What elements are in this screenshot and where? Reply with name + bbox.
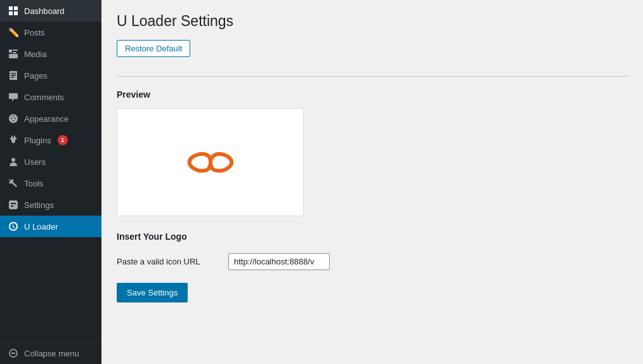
preview-box [117,108,304,216]
svg-rect-11 [11,77,14,78]
svg-rect-3 [14,11,18,15]
sidebar-item-label: Tools [24,179,43,188]
divider [117,76,628,77]
appearance-icon [8,113,19,124]
collapse-label: Collapse menu [24,349,79,358]
sidebar-item-comments[interactable]: Comments [0,86,101,108]
field-label: Paste a valid icon URL [117,257,218,266]
svg-rect-12 [11,136,13,138]
sidebar-item-label: Posts [24,28,45,37]
sidebar-item-posts[interactable]: ✏️ Posts [0,22,101,43]
svg-rect-2 [9,11,13,15]
media-icon [8,48,19,60]
sidebar-item-plugins[interactable]: Plugins 1 [0,129,101,151]
sidebar-item-label: Appearance [24,114,68,124]
comments-icon [8,91,19,103]
sidebar-item-settings[interactable]: Settings [0,194,101,216]
u-loader-icon [8,221,19,232]
sidebar-item-users[interactable]: Users [0,151,101,172]
plugins-icon [8,134,19,146]
insert-logo-title: Insert Your Logo [117,231,628,242]
sidebar-item-label: Settings [24,200,54,210]
sidebar-item-pages[interactable]: Pages [0,65,101,86]
sidebar-item-label: Media [24,49,46,59]
sidebar-item-appearance[interactable]: Appearance [0,108,101,129]
infinity-loader-icon [185,150,236,175]
svg-rect-6 [13,52,16,53]
svg-rect-16 [11,353,15,354]
svg-rect-7 [9,54,18,58]
svg-point-14 [11,158,15,162]
sidebar-item-media[interactable]: Media [0,43,101,65]
icon-url-field-row: Paste a valid icon URL [117,253,628,270]
pages-icon [8,70,19,81]
users-icon [8,156,19,167]
svg-rect-5 [13,49,18,51]
main-content: U Loader Settings Restore Default Previe… [101,0,643,364]
sidebar-item-collapse[interactable]: Collapse menu [0,342,101,364]
sidebar-item-tools[interactable]: Tools [0,172,101,194]
svg-rect-0 [9,6,13,10]
tools-icon [8,178,19,189]
sidebar-item-u-loader[interactable]: U Loader [0,216,101,237]
sidebar-item-label: Plugins [24,136,51,145]
svg-rect-1 [14,6,18,10]
sidebar-item-label: Dashboard [24,6,65,16]
svg-rect-9 [11,73,16,74]
save-settings-button[interactable]: Save Settings [117,283,188,302]
sidebar-item-dashboard[interactable]: Dashboard [0,0,101,22]
sidebar-item-label: Comments [24,93,64,102]
svg-rect-13 [14,136,15,138]
svg-rect-10 [11,75,16,76]
collapse-icon [8,348,19,359]
sidebar-item-label: Pages [24,71,48,81]
icon-url-input[interactable] [228,253,330,270]
sidebar: Dashboard ✏️ Posts Media Pages Comments … [0,0,101,364]
sidebar-item-label: U Loader [24,222,58,231]
sidebar-item-label: Users [24,157,46,167]
plugins-badge: 1 [58,135,68,145]
posts-icon: ✏️ [8,27,19,38]
preview-section-title: Preview [117,89,628,100]
svg-rect-4 [9,49,12,53]
dashboard-icon [8,5,19,16]
page-title: U Loader Settings [117,13,628,30]
restore-default-button[interactable]: Restore Default [117,40,190,57]
settings-icon [8,199,19,211]
